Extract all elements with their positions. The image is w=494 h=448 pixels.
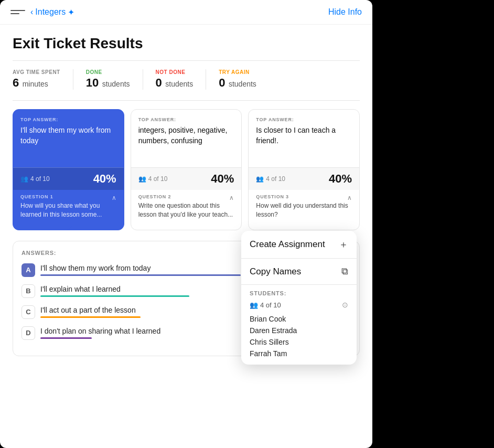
copy-icon: ⧉ [341,266,348,277]
student-name-0: Brian Cook [250,313,348,325]
card-1-question-label: QUESTION 1 [20,194,116,199]
copy-names-item[interactable]: Copy Names ⧉ [241,259,357,284]
card-3-top: TOP ANSWER: Is closer to I can teach a f… [249,110,359,167]
card-3-percent: 40% [329,172,352,186]
page-title: Exit Ticket Results [13,35,360,52]
card-1-top: TOP ANSWER: I'll show them my work from … [13,110,124,167]
student-name-2: Chris Sillers [250,336,348,348]
card-3-question-area: ∧ QUESTION 3 How well did you understand… [249,190,359,225]
copy-names-label: Copy Names [250,266,301,277]
stat-not-done-number: 0 [156,76,162,89]
stat-try-again-value: 0 students [219,76,256,90]
stat-try-again-number: 0 [219,76,225,89]
card-2-question-text: Write one question about this lesson tha… [138,201,234,219]
answer-card-1[interactable]: TOP ANSWER: I'll show them my work from … [13,109,124,230]
answer-card-2[interactable]: TOP ANSWER: integers, positive, negative… [131,109,242,230]
card-2-question-label: QUESTION 2 [138,194,234,199]
stat-done: DONE 10 students [86,69,143,90]
stat-done-label: DONE [86,69,130,75]
people-icon: 👥 [20,175,28,183]
cards-row: TOP ANSWER: I'll show them my work from … [13,109,360,230]
students-count-row: 👥 4 of 10 ⊙ [250,301,348,309]
top-bar-left: ‹ Integers ✦ [10,6,74,18]
card-3-top-answer-text: Is closer to I can teach a friend!. [256,125,352,146]
card-3-count: 👥 4 of 10 [256,175,285,183]
answer-letter-a: A [22,263,35,277]
stat-try-again-unit: students [229,80,256,88]
card-2-count: 👥 4 of 10 [138,175,168,183]
card-1-pointer [63,225,73,230]
divider-1 [13,60,360,61]
stat-avg-time-number: 6 [13,76,19,89]
stats-row: AVG TIME SPENT 6 minutes DONE 10 student… [13,69,360,90]
spinner-icon: ⊙ [342,301,348,309]
answer-bar-d [40,337,92,339]
collapse-icon-3[interactable]: ∧ [347,194,352,201]
students-section: STUDENTS: 👥 4 of 10 ⊙ Brian Cook Daren E… [241,285,357,365]
divider-2 [13,100,360,101]
stat-not-done: NOT DONE 0 students [156,69,207,90]
card-3-top-answer-label: TOP ANSWER: [256,117,352,122]
create-assignment-label: Create Assignment [250,239,325,250]
card-2-bottom: 👥 4 of 10 40% [131,167,242,190]
card-1-count: 👥 4 of 10 [20,175,50,183]
card-1-question-area: ∧ QUESTION 1 How will you share what you… [13,190,124,225]
stat-try-again-label: TRY AGAIN [219,69,256,75]
hide-info-button[interactable]: Hide Info [328,7,362,17]
stat-not-done-value: 0 students [156,76,194,90]
answer-bar-a [40,274,241,276]
stat-done-unit: students [102,80,130,88]
card-3-question-text: How well did you understand this lesson? [256,201,352,219]
answer-bar-c [40,316,141,318]
stat-done-value: 10 students [86,76,130,90]
stat-done-number: 10 [86,76,99,89]
plus-icon: ＋ [339,238,348,251]
answer-letter-c: C [22,305,35,319]
people-icon-students: 👥 [250,301,258,309]
card-2-top: TOP ANSWER: integers, positive, negative… [131,110,242,167]
sparkle-icon: ✦ [68,7,74,17]
stat-avg-time: AVG TIME SPENT 6 minutes [13,69,73,90]
stat-avg-time-value: 6 minutes [13,76,60,90]
back-link[interactable]: ‹ Integers ✦ [30,7,74,17]
card-2-question-area: ∧ QUESTION 2 Write one question about th… [131,190,242,225]
answer-letter-b: B [22,284,35,298]
card-1-top-answer-label: TOP ANSWER: [20,117,116,122]
card-1-bottom: 👥 4 of 10 40% [13,167,124,190]
top-bar: ‹ Integers ✦ Hide Info [0,0,372,25]
card-2-percent: 40% [211,172,234,186]
card-2-top-answer-label: TOP ANSWER: [138,117,234,122]
stat-avg-time-label: AVG TIME SPENT [13,69,60,75]
collapse-icon-2[interactable]: ∧ [229,194,234,201]
card-3-bottom: 👥 4 of 10 40% [249,167,359,190]
people-icon-2: 👥 [138,175,146,183]
answer-card-3[interactable]: TOP ANSWER: Is closer to I can teach a f… [248,109,360,230]
back-label: Integers [35,7,66,17]
popup-overlay: Create Assignment ＋ Copy Names ⧉ STUDENT… [241,231,357,365]
sidebar-toggle-button[interactable] [10,6,25,18]
student-name-3: Farrah Tam [250,348,348,359]
back-chevron-icon: ‹ [30,7,33,17]
answer-letter-d: D [22,326,35,340]
card-1-percent: 40% [93,172,116,186]
stat-not-done-label: NOT DONE [156,69,194,75]
card-1-question-text: How will you share what you learned in t… [20,201,116,219]
create-assignment-item[interactable]: Create Assignment ＋ [241,231,357,258]
answer-bar-b [40,295,189,297]
people-icon-3: 👥 [256,175,264,183]
student-name-1: Daren Estrada [250,325,348,336]
collapse-icon-1[interactable]: ∧ [112,194,116,201]
card-2-top-answer-text: integers, positive, negative, numbers, c… [138,125,234,146]
card-3-question-label: QUESTION 3 [256,194,352,199]
stat-avg-time-unit: minutes [23,80,48,88]
stat-not-done-unit: students [165,80,193,88]
students-count: 👥 4 of 10 [250,301,281,309]
main-panel: ‹ Integers ✦ Hide Info Exit Ticket Resul… [0,0,372,448]
stat-try-again: TRY AGAIN 0 students [219,69,269,90]
card-1-top-answer-text: I'll show them my work from today [20,125,116,146]
students-label: STUDENTS: [250,290,348,296]
